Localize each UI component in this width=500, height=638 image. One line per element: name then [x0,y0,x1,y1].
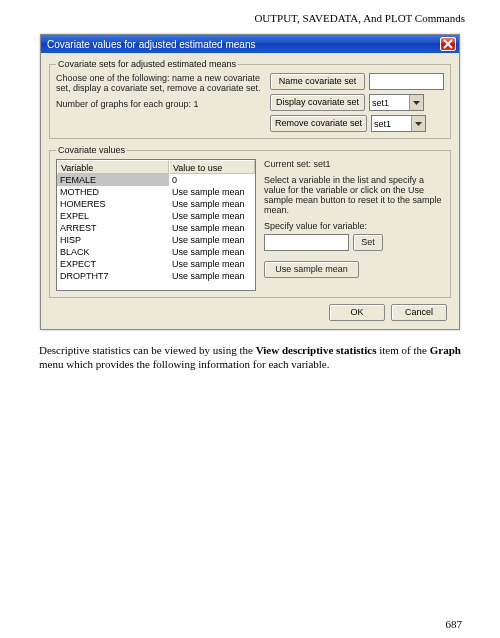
cell-variable: EXPEL [57,210,169,222]
display-set-combo[interactable]: set1 [369,94,424,111]
table-row[interactable]: MOTHEDUse sample mean [57,186,255,198]
table-row[interactable]: EXPECTUse sample mean [57,258,255,270]
specify-value-input[interactable] [264,234,349,251]
cell-variable: DROPTHT7 [57,270,169,282]
cell-value: Use sample mean [169,222,255,234]
cell-variable: HOMERES [57,198,169,210]
col-header-variable: Variable [57,160,169,174]
cell-value: Use sample mean [169,210,255,222]
covariate-values-legend: Covariate values [56,145,127,155]
close-icon[interactable] [440,37,456,51]
chevron-down-icon[interactable] [411,116,425,131]
covariate-table[interactable]: Variable Value to use FEMALE0MOTHEDUse s… [56,159,256,291]
table-header: Variable Value to use [57,160,255,174]
remove-set-combo[interactable]: set1 [371,115,426,132]
covariate-sets-group: Covariate sets for adjusted estimated me… [49,59,451,139]
dialog-window: Covariate values for adjusted estimated … [40,34,460,330]
use-sample-mean-button[interactable]: Use sample mean [264,261,359,278]
body-paragraph: Descriptive statistics can be viewed by … [35,344,465,372]
cell-value: Use sample mean [169,270,255,282]
cancel-button[interactable]: Cancel [391,304,447,321]
cell-value: Use sample mean [169,246,255,258]
dialog-title: Covariate values for adjusted estimated … [47,39,255,50]
table-row[interactable]: BLACKUse sample mean [57,246,255,258]
cell-variable: EXPECT [57,258,169,270]
covariate-sets-legend: Covariate sets for adjusted estimated me… [56,59,238,69]
table-row[interactable]: ARRESTUse sample mean [57,222,255,234]
cell-value: Use sample mean [169,186,255,198]
display-set-value: set1 [372,98,389,108]
ok-button[interactable]: OK [329,304,385,321]
titlebar: Covariate values for adjusted estimated … [41,35,459,53]
covariate-values-group: Covariate values Variable Value to use F… [49,145,451,298]
table-row[interactable]: FEMALE0 [57,174,255,186]
name-covariate-set-button[interactable]: Name covariate set [270,73,365,90]
page-header: OUTPUT, SAVEDATA, And PLOT Commands [35,12,465,24]
cell-variable: FEMALE [57,174,169,186]
table-row[interactable]: HOMERESUse sample mean [57,198,255,210]
dialog-footer: OK Cancel [49,304,451,321]
remove-set-value: set1 [374,119,391,129]
cell-variable: HISP [57,234,169,246]
cell-value: Use sample mean [169,198,255,210]
cell-variable: MOTHED [57,186,169,198]
table-row[interactable]: EXPELUse sample mean [57,210,255,222]
display-covariate-set-button[interactable]: Display covariate set [270,94,365,111]
cell-variable: ARREST [57,222,169,234]
current-set-label: Current set: set1 [264,159,444,169]
instruction-text: Choose one of the following: name a new … [56,73,262,93]
specify-label: Specify value for variable: [264,221,444,231]
dialog-body: Covariate sets for adjusted estimated me… [41,53,459,329]
cell-value: Use sample mean [169,234,255,246]
num-graphs-label: Number of graphs for each group: 1 [56,99,262,109]
cell-variable: BLACK [57,246,169,258]
set-button[interactable]: Set [353,234,383,251]
help-text: Select a variable in the list and specif… [264,175,444,215]
table-row[interactable]: DROPTHT7Use sample mean [57,270,255,282]
cell-value: 0 [169,174,255,186]
col-header-value: Value to use [169,160,255,174]
chevron-down-icon[interactable] [409,95,423,110]
cell-value: Use sample mean [169,258,255,270]
page-number: 687 [446,618,463,630]
set-name-input[interactable] [369,73,444,90]
table-row[interactable]: HISPUse sample mean [57,234,255,246]
remove-covariate-set-button[interactable]: Remove covariate set [270,115,367,132]
